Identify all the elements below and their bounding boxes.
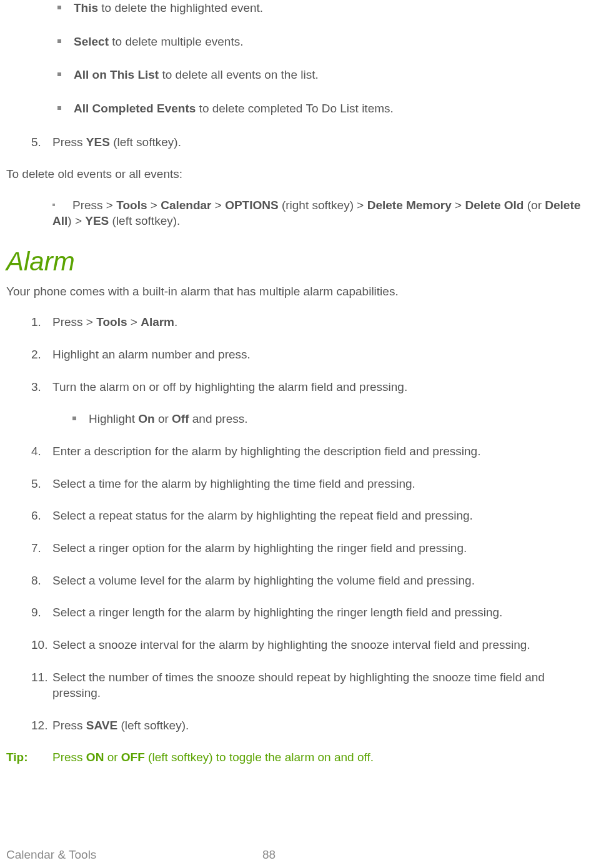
opt-select: Select to delete multiple events. xyxy=(57,34,590,50)
bullet-icon xyxy=(52,204,55,206)
opt-all-completed-text: to delete completed To Do List items. xyxy=(196,102,393,115)
bullet-icon xyxy=(72,417,76,420)
opt-this: This to delete the highlighted event. xyxy=(57,0,590,16)
opt-all-completed-label: All Completed Events xyxy=(74,102,196,115)
alarm-steps-cont: 4. Enter a description for the alarm by … xyxy=(31,443,590,733)
tip-label: Tip: xyxy=(6,749,52,766)
alarm-step-3: 3. Turn the alarm on or off by highlight… xyxy=(31,379,590,395)
alarm-intro: Your phone comes with a built-in alarm t… xyxy=(6,284,590,300)
page-footer: Calendar & Tools 88 xyxy=(6,847,590,863)
opt-select-text: to delete multiple events. xyxy=(109,35,243,48)
delete-old-step: Press > Tools > Calendar > OPTIONS (righ… xyxy=(52,197,590,229)
footer-page-number: 88 xyxy=(262,847,276,863)
alarm-step-7: 7. Select a ringer option for the alarm … xyxy=(31,540,590,556)
opt-select-label: Select xyxy=(74,35,109,48)
opt-this-label: This xyxy=(74,1,98,14)
step-number: 5. xyxy=(31,134,52,150)
alarm-step-5: 5. Select a time for the alarm by highli… xyxy=(31,476,590,492)
tip-content: Press ON or OFF (left softkey) to toggle… xyxy=(52,749,590,766)
bullet-icon xyxy=(57,39,61,43)
alarm-step-6: 6. Select a repeat status for the alarm … xyxy=(31,508,590,524)
alarm-step-2: 2. Highlight an alarm number and press. xyxy=(31,347,590,363)
bullet-icon xyxy=(57,72,61,76)
alarm-step-9: 9. Select a ringer length for the alarm … xyxy=(31,604,590,621)
alarm-step-1: 1. Press > Tools > Alarm. xyxy=(31,314,590,330)
delete-options-sublist: This to delete the highlighted event. Se… xyxy=(57,0,590,117)
opt-all-on-list-text: to delete all events on the list. xyxy=(159,68,319,81)
delete-step-5: 5. Press YES (left softkey). xyxy=(31,134,590,150)
opt-all-on-list-label: All on This List xyxy=(74,68,159,81)
opt-this-text: to delete the highlighted event. xyxy=(98,1,263,14)
alarm-steps: 1. Press > Tools > Alarm. 2. Highlight a… xyxy=(31,314,590,395)
opt-all-on-list: All on This List to delete all events on… xyxy=(57,67,590,83)
alarm-step-10: 10. Select a snooze interval for the ala… xyxy=(31,637,590,653)
alarm-step-8: 8. Select a volume level for the alarm b… xyxy=(31,573,590,589)
alarm-step-3-sub: Highlight On or Off and press. xyxy=(72,411,590,427)
bullet-icon xyxy=(57,106,61,110)
alarm-step-4: 4. Enter a description for the alarm by … xyxy=(31,443,590,460)
alarm-step-12: 12. Press SAVE (left softkey). xyxy=(31,718,590,734)
bullet-icon xyxy=(57,6,61,9)
tip-row: Tip: Press ON or OFF (left softkey) to t… xyxy=(6,749,590,766)
alarm-heading: Alarm xyxy=(6,244,590,280)
footer-section: Calendar & Tools xyxy=(6,847,262,863)
step-content: Press YES (left softkey). xyxy=(52,134,590,150)
delete-old-intro: To delete old events or all events: xyxy=(6,166,590,182)
alarm-step-11: 11. Select the number of times the snooz… xyxy=(31,669,590,701)
opt-all-completed: All Completed Events to delete completed… xyxy=(57,101,590,117)
